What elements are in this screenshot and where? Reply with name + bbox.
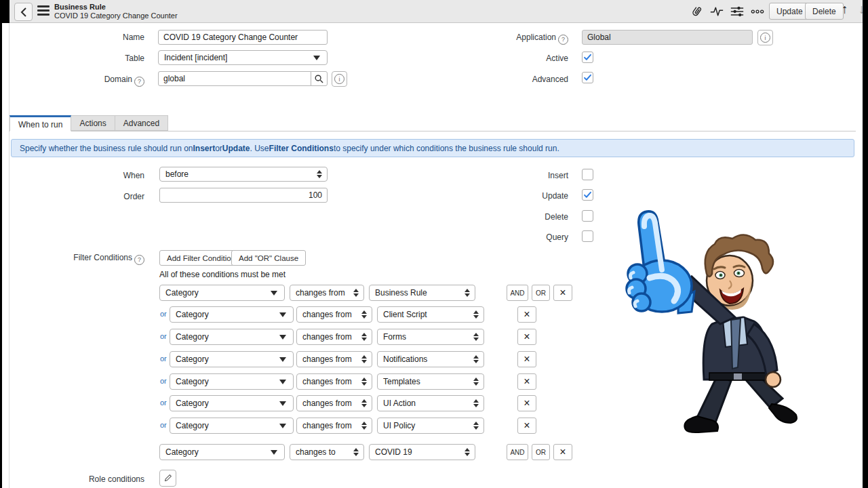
or-join-label: or — [160, 354, 167, 363]
remove-condition-button[interactable]: × — [517, 373, 536, 390]
update-button[interactable]: Update — [769, 3, 810, 20]
db-op-checkbox-update[interactable] — [582, 189, 593, 201]
dropdown-arrow-icon — [279, 424, 286, 428]
condition-operator-select-value: changes from — [302, 332, 352, 342]
table-label: Table — [22, 54, 144, 63]
select-stepper-icon — [465, 448, 470, 456]
tab-when-to-run[interactable]: When to run — [9, 115, 71, 131]
condition-operator-select[interactable]: changes from — [296, 351, 372, 367]
condition-operator-select-value: changes from — [302, 421, 352, 430]
db-op-checkbox-insert[interactable] — [582, 169, 593, 180]
remove-condition-button[interactable]: × — [553, 444, 572, 460]
condition-field-select[interactable]: Category — [159, 444, 285, 460]
db-op-label-insert: Insert — [436, 171, 568, 180]
tab-actions[interactable]: Actions — [71, 115, 115, 131]
info-message: Specify whether the business rule should… — [11, 139, 854, 157]
when-select[interactable]: before — [159, 167, 328, 182]
add-filter-condition-button[interactable]: Add Filter Condition — [159, 250, 243, 266]
db-op-label-update: Update — [436, 191, 568, 201]
condition-operator-select-value: changes from — [302, 310, 352, 319]
edit-role-conditions-button[interactable] — [159, 470, 176, 487]
condition-value-select[interactable]: UI Policy — [377, 418, 484, 434]
select-stepper-icon — [473, 399, 479, 407]
remove-condition-button[interactable]: × — [517, 395, 536, 411]
order-input[interactable] — [159, 188, 328, 203]
help-icon[interactable]: ? — [134, 255, 144, 265]
condition-field-select-value: Category — [176, 310, 209, 319]
personalize-form-button[interactable] — [729, 3, 745, 20]
activity-pulse-icon — [710, 5, 724, 18]
advanced-checkbox[interactable] — [582, 72, 593, 83]
condition-field-select[interactable]: Category — [170, 395, 294, 411]
condition-value-select[interactable]: Templates — [377, 373, 484, 390]
search-icon — [315, 75, 323, 83]
dropdown-arrow-icon — [279, 357, 286, 362]
delete-button[interactable]: Delete — [805, 3, 844, 20]
condition-row: Categorychanges toCOVID 19ANDOR× — [2, 444, 863, 460]
tab-advanced[interactable]: Advanced — [115, 115, 168, 131]
remove-condition-button[interactable]: × — [517, 351, 536, 367]
condition-field-select[interactable]: Category — [170, 418, 294, 434]
more-options-button[interactable] — [749, 3, 766, 20]
condition-field-select[interactable]: Category — [170, 351, 294, 367]
application-readonly-field: Global — [582, 30, 753, 45]
context-menu-icon[interactable] — [37, 5, 50, 16]
condition-field-select[interactable]: Category — [170, 306, 294, 323]
condition-value-select[interactable]: COVID 19 — [369, 444, 475, 460]
info-message-segment: Insert — [193, 144, 216, 153]
condition-value-select[interactable]: Notifications — [377, 351, 484, 367]
select-stepper-icon — [353, 448, 359, 456]
remove-condition-button[interactable]: × — [553, 285, 572, 301]
domain-info-button[interactable]: i — [332, 71, 347, 87]
filter-conditions-label: Filter Conditions? — [22, 253, 144, 265]
condition-operator-select[interactable]: changes from — [296, 418, 372, 434]
previous-record-icon[interactable]: ↑ — [842, 2, 848, 17]
table-select[interactable]: Incident [incident] — [158, 50, 328, 65]
record-name-subtitle: COVID 19 Category Change Counter — [54, 12, 178, 20]
select-stepper-icon — [361, 378, 367, 386]
application-info-button[interactable]: i — [757, 30, 773, 45]
domain-input[interactable] — [158, 71, 311, 86]
info-message-segment: Update — [222, 144, 250, 153]
activity-stream-button[interactable] — [709, 3, 725, 20]
role-conditions-label: Role conditions — [22, 474, 144, 484]
condition-value-select[interactable]: Client Script — [377, 306, 484, 323]
and-button[interactable]: AND — [507, 285, 528, 301]
add-or-clause-button[interactable]: Add "OR" Clause — [231, 250, 306, 266]
select-stepper-icon — [361, 355, 367, 363]
or-join-label: or — [160, 310, 167, 318]
condition-value-select[interactable]: UI Action — [377, 395, 484, 411]
select-stepper-icon — [361, 310, 367, 319]
and-button[interactable]: AND — [507, 444, 528, 460]
letterbox-corner — [2, 0, 9, 23]
condition-value-select[interactable]: Business Rule — [369, 285, 475, 301]
next-record-icon[interactable]: ↓ — [859, 2, 863, 17]
remove-condition-button[interactable]: × — [517, 329, 536, 345]
domain-lookup-button[interactable] — [311, 71, 328, 86]
condition-operator-select[interactable]: changes from — [296, 373, 372, 390]
remove-condition-button[interactable]: × — [517, 418, 536, 434]
or-button[interactable]: OR — [532, 444, 550, 460]
condition-value-select-value: Business Rule — [375, 288, 427, 298]
condition-operator-select[interactable]: changes from — [296, 306, 372, 323]
condition-operator-select[interactable]: changes from — [296, 395, 372, 411]
db-op-checkbox-query[interactable] — [582, 230, 593, 242]
condition-operator-select[interactable]: changes from — [296, 329, 372, 345]
condition-field-select[interactable]: Category — [159, 285, 285, 301]
info-message-segment: to specify under which conditions the bu… — [334, 144, 559, 153]
or-button[interactable]: OR — [532, 285, 550, 301]
help-icon[interactable]: ? — [558, 35, 568, 45]
dropdown-arrow-icon — [313, 56, 320, 60]
active-checkbox[interactable] — [582, 52, 593, 63]
attachment-button[interactable] — [688, 3, 705, 20]
condition-field-select[interactable]: Category — [170, 373, 294, 390]
condition-operator-select[interactable]: changes from — [290, 285, 364, 301]
back-button[interactable] — [14, 3, 33, 21]
condition-operator-select[interactable]: changes to — [290, 444, 364, 460]
condition-value-select[interactable]: Forms — [377, 329, 484, 345]
help-icon[interactable]: ? — [134, 77, 144, 87]
name-input[interactable] — [158, 30, 328, 45]
remove-condition-button[interactable]: × — [517, 306, 536, 323]
condition-field-select[interactable]: Category — [170, 329, 294, 345]
db-op-checkbox-delete[interactable] — [582, 210, 593, 222]
